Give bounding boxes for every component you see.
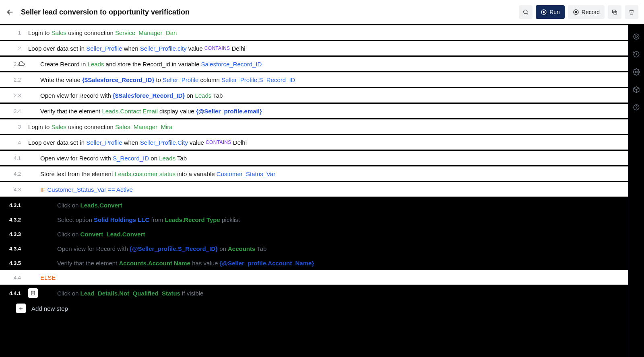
run-history-icon[interactable] (633, 33, 640, 40)
step-index: 2.2 (14, 77, 21, 83)
help-icon[interactable] (633, 104, 640, 111)
step-token: Select option (57, 216, 94, 223)
step-token: Leads.Convert (80, 202, 122, 209)
history-icon[interactable] (633, 51, 640, 58)
page-title: Seller lead conversion to opportunity ve… (21, 8, 512, 16)
svg-point-8 (635, 71, 637, 73)
step-token: when (122, 139, 140, 146)
step-token: on (149, 155, 159, 162)
step-index: 4.3.3 (9, 231, 21, 237)
record-icon (573, 9, 579, 15)
cube-icon[interactable] (633, 86, 640, 93)
delete-button[interactable] (625, 5, 638, 19)
step-content: Create Record in Leads and store the Rec… (28, 61, 628, 68)
step-token: Customer_Status_Var (217, 170, 275, 177)
step-token: Sales_Manager_Mira (115, 123, 173, 130)
search-button[interactable] (519, 5, 533, 19)
step-token: value (187, 45, 204, 52)
step-token: {@Seller_profile.Account_Name} (220, 260, 314, 267)
step-token: Seller_Profile.city (140, 45, 187, 52)
step-row[interactable]: 2Loop over data set in Seller_Profile wh… (0, 41, 628, 55)
step-token: picklist (220, 216, 240, 223)
step-row[interactable]: 2.4Verify that the element Leads.Contact… (0, 104, 628, 118)
step-row[interactable]: 4.3.1Click on Leads.Convert (0, 198, 628, 212)
step-token: Customer_Status_Var == Active (47, 186, 133, 193)
step-token: contains (204, 45, 230, 51)
step-row[interactable]: 4.3.2Select option Solid Holdings LLC fr… (0, 212, 628, 227)
cloud-icon (18, 60, 25, 68)
add-step-button[interactable] (16, 304, 26, 313)
step-token: Login to (28, 29, 52, 36)
step-token: and store the Record_id in variable (104, 61, 201, 68)
trash-icon (628, 9, 635, 15)
step-token: using connection (66, 123, 115, 130)
run-button[interactable]: Run (536, 5, 565, 19)
plus-icon (18, 306, 24, 311)
step-token: on (185, 92, 195, 99)
step-token: Login to (28, 123, 52, 130)
add-step-label: Add new step (31, 305, 68, 312)
step-row[interactable]: 4.4ELSE (0, 270, 628, 285)
step-row[interactable]: 4.3.3Click on Convert_Lead.Convert (0, 227, 628, 241)
step-token: Leads (88, 61, 104, 68)
step-content: Verify that the element Accounts.Account… (28, 260, 628, 267)
step-content: Write the value {$Salesforce_Record_ID} … (28, 76, 628, 83)
step-row[interactable]: 2.2Write the value {$Salesforce_Record_I… (0, 72, 628, 87)
step-index: 4.3.4 (9, 246, 21, 252)
step-row[interactable]: 2.1Create Record in Leads and store the … (0, 57, 628, 71)
step-token: {$Salesforce_Record_ID} (82, 76, 154, 83)
step-token: Accounts (228, 245, 255, 252)
step-token: Lead_Details.Not_Qualified_Status (80, 290, 180, 297)
back-arrow-icon[interactable] (6, 8, 14, 16)
step-content: Loop over data set in Seller_Profile whe… (28, 45, 628, 52)
step-row[interactable]: 4.3.4Open view for Record with {@Seller_… (0, 241, 628, 256)
step-token: Verify that the element (57, 260, 119, 267)
step-index: 4.4 (14, 275, 21, 281)
step-token: Tab (255, 245, 266, 252)
step-content: Click on Convert_Lead.Convert (28, 231, 628, 238)
step-token: Delhi (231, 139, 247, 146)
step-token: Service_Manager_Dan (115, 29, 177, 36)
step-content: Login to Sales using connection Sales_Ma… (28, 123, 628, 130)
step-index: 2.3 (14, 92, 21, 98)
step-token: contains (206, 140, 231, 145)
step-token: Accounts.Account Name (119, 260, 190, 267)
right-sidebar (628, 24, 644, 357)
copy-icon (611, 9, 618, 15)
step-content: Login to Sales using connection Service_… (28, 29, 628, 36)
step-token: Verify that the element (40, 108, 102, 115)
step-row[interactable]: 4.3IF Customer_Status_Var == Active (0, 182, 628, 197)
notebook-icon[interactable] (28, 288, 38, 298)
record-button[interactable]: Record (568, 5, 605, 19)
step-row[interactable]: 4.1Open view for Record with S_Record_ID… (0, 151, 628, 165)
step-token: Convert_Lead.Convert (80, 231, 145, 238)
step-row[interactable]: 4.4.1Click on Lead_Details.Not_Qualified… (0, 286, 628, 300)
step-index: 4.3.1 (9, 202, 21, 208)
add-step-row[interactable]: Add new step (0, 300, 628, 316)
step-content: Open view for Record with {$Salesforce_R… (28, 92, 628, 99)
run-label: Run (549, 9, 560, 15)
svg-point-10 (636, 109, 636, 109)
step-token: Create Record in (40, 61, 88, 68)
step-token: {$Salesforce_Record_ID} (113, 92, 185, 99)
step-token: S_Record_ID (113, 155, 149, 162)
step-token: Loop over data set in (28, 139, 86, 146)
step-token: Solid Holdings LLC (94, 216, 149, 223)
step-token: display value (158, 108, 196, 115)
step-token: {@Seller_profile.S_Record_ID} (130, 245, 218, 252)
step-token: value (188, 139, 206, 146)
step-token: ELSE (40, 274, 56, 281)
step-token: Sales (52, 123, 67, 130)
settings-icon[interactable] (633, 68, 640, 76)
step-row[interactable]: 4.2Store text from the element Leads.cus… (0, 166, 628, 181)
step-token: Loop over data set in (28, 45, 86, 52)
step-index: 3 (18, 124, 21, 130)
step-row[interactable]: 2.3Open view for Record with {$Salesforc… (0, 88, 628, 103)
copy-button[interactable] (608, 5, 621, 19)
step-row[interactable]: 4Loop over data set in Seller_Profile wh… (0, 135, 628, 150)
step-row[interactable]: 3Login to Sales using connection Sales_M… (0, 119, 628, 134)
step-index: 2 (18, 45, 21, 51)
step-token: IF (40, 186, 45, 193)
step-row[interactable]: 1Login to Sales using connection Service… (0, 25, 628, 40)
step-row[interactable]: 4.3.5Verify that the element Accounts.Ac… (0, 256, 628, 270)
